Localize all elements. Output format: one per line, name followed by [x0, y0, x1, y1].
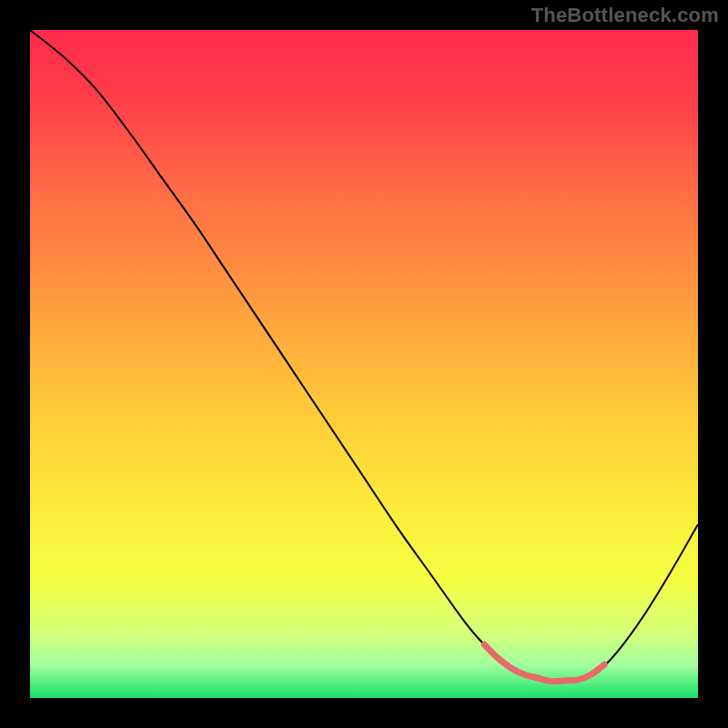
- chart-frame: TheBottleneck.com: [0, 0, 728, 728]
- watermark-text: TheBottleneck.com: [531, 4, 719, 27]
- plot-area: [30, 30, 698, 698]
- optimal-zone-marker: [30, 30, 698, 698]
